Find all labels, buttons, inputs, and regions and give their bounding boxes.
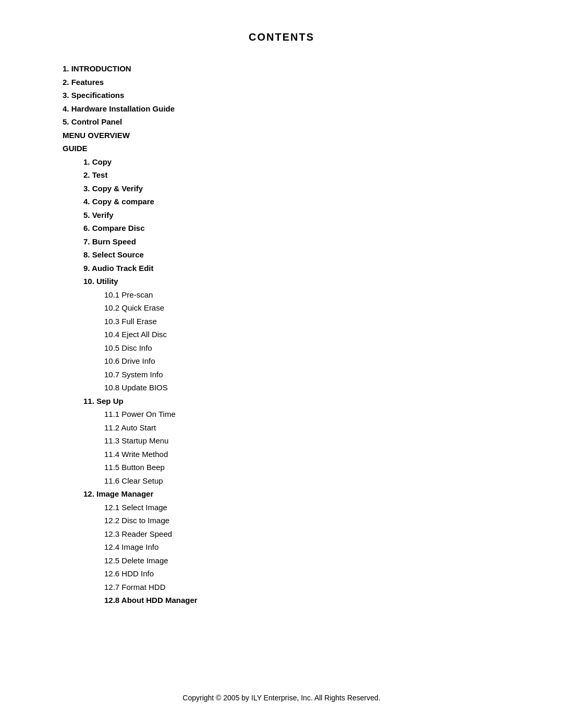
toc-item-item-113: 11.3 Startup Menu bbox=[104, 434, 521, 448]
toc-item-item-g1: 1. Copy bbox=[83, 155, 521, 169]
toc-item-item-128: 12.8 About HDD Manager bbox=[104, 594, 521, 607]
toc-item-item-menu: MENU OVERVIEW bbox=[63, 129, 521, 142]
toc-item-item-3: 3. Specifications bbox=[63, 89, 521, 102]
toc-item-item-11: 11. Sep Up bbox=[83, 394, 521, 408]
toc-item-item-105: 10.5 Disc Info bbox=[104, 341, 521, 355]
toc-item-item-g3: 3. Copy & Verify bbox=[83, 182, 521, 195]
toc-item-item-2: 2. Features bbox=[63, 76, 521, 89]
toc-item-item-125: 12.5 Delete Image bbox=[104, 554, 521, 567]
toc-item-item-108: 10.8 Update BIOS bbox=[104, 381, 521, 394]
toc-item-item-1: 1. INTRODUCTION bbox=[63, 62, 521, 76]
toc-item-item-10: 10. Utility bbox=[83, 275, 521, 288]
toc-item-item-g8: 8. Select Source bbox=[83, 248, 521, 262]
toc-item-item-115: 11.5 Button Beep bbox=[104, 461, 521, 474]
toc-item-item-g2: 2. Test bbox=[83, 168, 521, 182]
footer: Copyright © 2005 by ILY Enterprise, Inc.… bbox=[0, 694, 563, 702]
toc-item-item-101: 10.1 Pre-scan bbox=[104, 288, 521, 302]
toc-item-item-124: 12.4 Image Info bbox=[104, 540, 521, 554]
toc-item-item-12: 12. Image Manager bbox=[83, 487, 521, 501]
toc-item-item-122: 12.2 Disc to Image bbox=[104, 514, 521, 527]
toc-item-item-102: 10.2 Quick Erase bbox=[104, 301, 521, 315]
toc-item-item-127: 12.7 Format HDD bbox=[104, 581, 521, 594]
toc-item-item-g4: 4. Copy & compare bbox=[83, 195, 521, 208]
page: CONTENTS 1. INTRODUCTION2. Features3. Sp… bbox=[0, 0, 563, 728]
toc-item-item-121: 12.1 Select Image bbox=[104, 501, 521, 514]
page-title: CONTENTS bbox=[42, 31, 521, 43]
toc-item-item-126: 12.6 HDD Info bbox=[104, 567, 521, 581]
toc-item-item-guide: GUIDE bbox=[63, 142, 521, 155]
toc-item-item-5: 5. Control Panel bbox=[63, 115, 521, 129]
toc-item-item-g6: 6. Compare Disc bbox=[83, 221, 521, 235]
toc-item-item-116: 11.6 Clear Setup bbox=[104, 474, 521, 488]
toc-container: 1. INTRODUCTION2. Features3. Specificati… bbox=[63, 62, 521, 607]
toc-item-item-111: 11.1 Power On Time bbox=[104, 408, 521, 421]
toc-item-item-103: 10.3 Full Erase bbox=[104, 315, 521, 328]
toc-item-item-114: 11.4 Write Method bbox=[104, 448, 521, 461]
toc-item-item-g9: 9. Audio Track Edit bbox=[83, 262, 521, 275]
toc-item-item-4: 4. Hardware Installation Guide bbox=[63, 102, 521, 116]
toc-item-item-112: 11.2 Auto Start bbox=[104, 421, 521, 435]
toc-item-item-107: 10.7 System Info bbox=[104, 368, 521, 381]
toc-item-item-123: 12.3 Reader Speed bbox=[104, 527, 521, 541]
toc-item-item-106: 10.6 Drive Info bbox=[104, 354, 521, 368]
toc-item-item-104: 10.4 Eject All Disc bbox=[104, 328, 521, 341]
toc-item-item-g5: 5. Verify bbox=[83, 208, 521, 222]
toc-item-item-g7: 7. Burn Speed bbox=[83, 235, 521, 249]
